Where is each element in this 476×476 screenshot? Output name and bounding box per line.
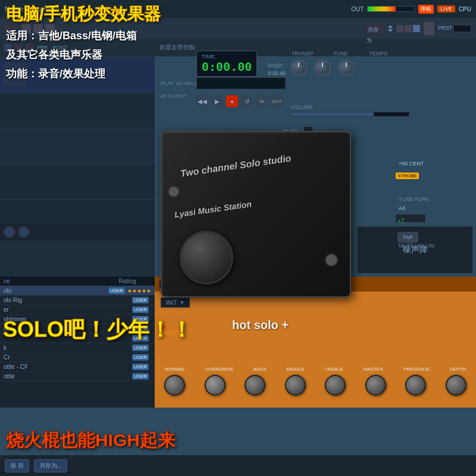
in-button[interactable]: IN [256,95,268,107]
live-button[interactable]: LIVE [437,5,455,12]
save-as-button[interactable]: 另存为... [34,459,67,472]
user-badge: USER [132,306,149,313]
pre-knob[interactable] [4,226,15,238]
device-box: Two channel Solo studio Lyasi Music Stat… [161,131,351,298]
bass-label: BASS [253,367,266,372]
pre-post-controls [0,224,155,240]
grid-btn-3[interactable] [413,25,420,32]
volume-label: VOLUME [290,104,313,110]
rack-btn-3[interactable] [25,43,33,52]
normal-label: NORMAL [165,367,185,372]
list-item[interactable]: er USER [0,305,155,315]
level-meter [367,6,415,12]
play-controls: PLAY AT INPUT [161,80,198,86]
list-item[interactable]: olo Rig USER [0,296,155,305]
volume-slider[interactable] [290,112,409,117]
normal-knob[interactable] [164,375,185,396]
bass-knob[interactable] [245,375,265,396]
treble-label: TREBLE [325,367,343,372]
grid-btn-1[interactable] [396,25,403,32]
limit-button[interactable]: 限幅 [418,5,434,14]
prst-meter [453,25,471,32]
presence-label: PRESENCE [403,367,430,372]
presence-knob[interactable] [405,375,426,396]
progress-bar[interactable] [196,77,286,89]
plugin-name: hot solo + [232,318,289,332]
tool-btn-2[interactable] [33,24,43,33]
tap-button[interactable]: TAP [397,232,418,243]
amp-body: INIT ▼ hot solo + NORMAL OVERDRIVE BASS … [155,292,476,408]
depth-knob[interactable] [446,375,466,396]
track-3[interactable] [0,129,155,164]
list-item[interactable]: k USER [0,343,155,353]
transp-label: TRANSP [292,51,314,57]
app-title: Native Instruments [5,5,60,12]
post-knob[interactable] [18,226,30,238]
user-badge: USER [132,297,149,303]
right-controls: 另存为 PRST [367,22,471,35]
track-1[interactable] [0,57,155,93]
item-name: k [4,345,132,351]
out-button[interactable]: OUT [271,95,283,107]
tempo-knob[interactable] [338,60,355,76]
cpu-label: CPU [459,6,471,12]
overdrive-knob[interactable] [205,375,226,396]
control-labels: NORMAL OVERDRIVE BASS MIDDLE TREBLE MAST… [155,367,476,372]
tune-label: TUNE [333,51,348,57]
middle-knob[interactable] [285,375,306,396]
rack-btn-1[interactable] [4,43,12,52]
tool-btn-3[interactable] [45,24,55,33]
list-item[interactable]: ottle USER [0,372,155,381]
rewind-button[interactable]: ◀◀ [196,95,208,107]
item-name: Cr [4,354,132,361]
menu-icon[interactable] [5,23,17,35]
play-button[interactable]: ▶ [211,95,223,107]
record-button[interactable]: ● [226,95,238,107]
init-dropdown[interactable]: INIT ▼ [161,298,190,308]
jack-input-1 [168,186,180,198]
list-item[interactable]: ole USER [0,324,155,334]
track-2[interactable] [0,93,155,129]
overdrive-label: OVERDRIVE [205,367,233,372]
item-stars: ★★★★★ [127,288,151,294]
tool-btn-1[interactable] [21,24,31,33]
list-item[interactable]: shimmer USER [0,315,155,324]
item-name: ottle [4,373,132,380]
save-another-btn[interactable]: 另存为 [367,23,384,34]
treble-knob[interactable] [325,375,346,396]
eq-icon[interactable] [424,22,434,35]
volume-fill [291,112,374,116]
name-column-header: ne [4,278,104,284]
track-area [0,57,155,224]
item-name: ole [4,325,132,332]
length-label: length: [268,62,284,68]
track-4[interactable] [0,164,155,200]
a3-label: A3 [399,205,405,211]
loop-button[interactable]: ↺ [241,95,253,107]
transp-knob[interactable] [290,60,307,76]
tempo-label: TEMPO [369,51,388,57]
save-button[interactable]: 保 存 [5,459,29,472]
list-item[interactable]: olo USER ★★★★★ [0,286,155,296]
scroll-down-icon[interactable] [388,29,393,32]
master-label: MASTER [364,367,383,372]
plugin-knobs-row [155,375,476,396]
tune-knob[interactable] [314,60,331,76]
user-badge: USER [108,287,125,294]
device-text-1: Two channel Solo studio [180,145,344,181]
rack-btn-2[interactable] [14,43,23,52]
out-label: OUT [351,6,364,12]
scroll-up-icon[interactable] [388,25,393,28]
list-item[interactable]: ottle - CF USER [0,362,155,372]
grid-btn-2[interactable] [405,25,412,32]
list-item[interactable]: Cr USER [0,353,155,362]
master-knob[interactable] [365,375,386,396]
tune-fork-label: TUNE FORK [399,196,430,202]
list-item[interactable]: USER [0,334,155,343]
device-body: Two channel Solo studio Lyasi Music Stat… [161,131,351,298]
item-name: shimmer [4,316,132,322]
at-input-label: AT INPUT [176,81,198,86]
scroll-arrows[interactable] [388,25,393,32]
play-label: PLAY [161,80,174,86]
item-name: olo [4,287,108,294]
